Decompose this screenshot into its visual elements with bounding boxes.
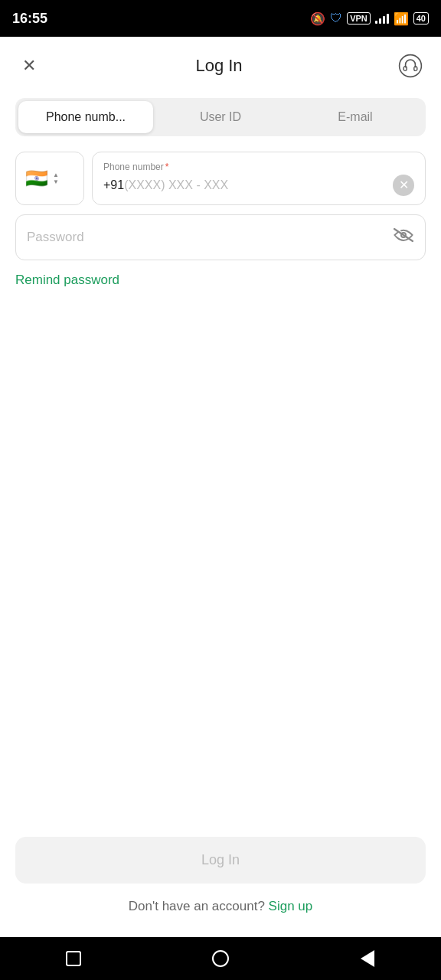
nav-back-button[interactable]: [355, 946, 380, 971]
eye-hidden-icon[interactable]: [393, 227, 414, 247]
header: ✕ Log In: [0, 37, 441, 90]
svg-point-0: [400, 55, 422, 77]
close-icon: ✕: [22, 56, 36, 76]
support-button[interactable]: [395, 51, 426, 81]
phone-label: Phone number*: [103, 162, 414, 172]
remind-password-link[interactable]: Remind password: [15, 273, 426, 288]
login-button[interactable]: Log In: [15, 837, 426, 884]
phone-input-row: 🇮🇳 ▲ ▼ Phone number* +91(XXXX) XXX - XXX…: [15, 152, 426, 205]
bottom-section: Log In Don't have an account? Sign up: [0, 837, 441, 937]
close-button[interactable]: ✕: [15, 52, 43, 80]
home-icon: [212, 950, 229, 967]
content-spacer: [0, 306, 441, 837]
status-bar: 16:55 🔕 🛡 VPN 📶 40: [0, 0, 441, 37]
phone-value: +91(XXXX) XXX - XXX: [103, 178, 228, 192]
vpn-label: VPN: [347, 12, 371, 24]
signup-row: Don't have an account? Sign up: [15, 899, 426, 922]
chevron-updown-icon: ▲ ▼: [53, 172, 59, 185]
country-selector[interactable]: 🇮🇳 ▲ ▼: [15, 152, 84, 205]
recent-apps-icon: [66, 951, 81, 966]
signal-bars: [375, 13, 389, 24]
tab-phone[interactable]: Phone numb...: [18, 101, 153, 133]
password-placeholder: Password: [27, 230, 84, 245]
status-time: 16:55: [12, 11, 47, 27]
tab-email[interactable]: E-mail: [288, 101, 423, 133]
bell-muted-icon: 🔕: [310, 11, 325, 26]
tab-userid[interactable]: User ID: [153, 101, 288, 133]
signup-prompt-text: Don't have an account?: [129, 899, 265, 913]
signup-link[interactable]: Sign up: [269, 899, 313, 913]
password-input[interactable]: Password: [15, 214, 426, 260]
shield-icon: 🛡: [330, 11, 342, 25]
country-flag: 🇮🇳: [25, 168, 48, 189]
nav-recent-button[interactable]: [61, 946, 86, 971]
android-nav-bar: [0, 937, 441, 980]
wifi-icon: 📶: [394, 11, 409, 26]
nav-home-button[interactable]: [208, 946, 233, 971]
clear-icon: ✕: [399, 179, 409, 191]
phone-value-row: +91(XXXX) XXX - XXX ✕: [103, 175, 414, 196]
login-tab-group: Phone numb... User ID E-mail: [15, 98, 426, 136]
headset-icon: [398, 54, 423, 78]
phone-number-input[interactable]: Phone number* +91(XXXX) XXX - XXX ✕: [92, 152, 426, 205]
battery-level: 40: [413, 12, 429, 24]
clear-phone-button[interactable]: ✕: [393, 175, 414, 196]
back-icon: [361, 950, 374, 967]
page-title: Log In: [195, 56, 242, 76]
status-icons: 🔕 🛡 VPN 📶 40: [310, 11, 429, 26]
